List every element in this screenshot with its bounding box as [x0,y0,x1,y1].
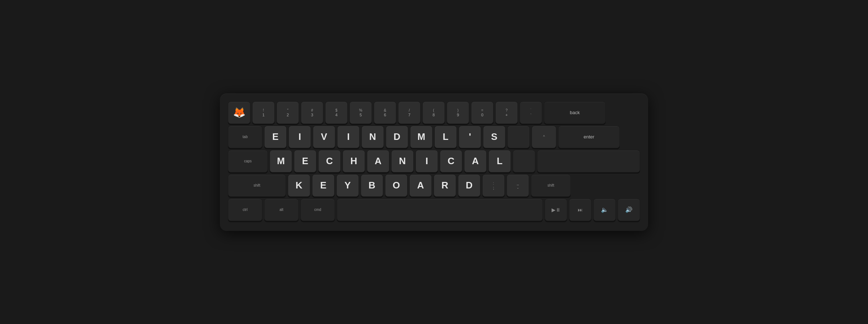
fox-key[interactable]: 🦊 [228,101,250,124]
key-s[interactable]: S [483,126,505,148]
key-caret[interactable]: ^ [532,126,556,148]
key-l2[interactable]: L [488,150,511,173]
key-d2[interactable]: D [458,174,480,197]
key-back[interactable]: back [544,101,606,124]
key-c[interactable]: C [318,150,341,173]
key-enter[interactable]: enter [558,126,620,148]
key-b[interactable]: B [361,174,383,197]
key-a3[interactable]: A [409,174,432,197]
key-caps[interactable]: caps [228,150,268,173]
row-shift: shift K E Y B O A R D : ; [228,174,640,197]
key-volup[interactable]: 🔊 [618,199,640,221]
row-bottom: ctrl alt cmd ▶⏸ ⏭ 🔈 🔊 [228,199,640,221]
key-7[interactable]: / 7 [398,101,421,124]
key-2[interactable]: " 2 [277,101,299,124]
key-c2[interactable]: C [440,150,462,173]
key-a2[interactable]: A [464,150,487,173]
key-n2[interactable]: N [391,150,414,173]
key-tab[interactable]: tab [228,126,262,148]
key-0[interactable]: = 0 [471,101,494,124]
key-next[interactable]: ⏭ [569,199,591,221]
key-voldown[interactable]: 🔈 [593,199,616,221]
key-o[interactable]: O [385,174,408,197]
key-5[interactable]: % 5 [349,101,372,124]
key-e[interactable]: E [264,126,287,148]
key-bracket2[interactable] [513,150,535,173]
key-dash[interactable]: _ - [507,174,529,197]
key-backtick[interactable]: ` ' [520,101,542,124]
key-e3[interactable]: E [312,174,335,197]
key-r[interactable]: R [434,174,456,197]
key-m2[interactable]: M [270,150,292,173]
key-plus[interactable]: ? + [495,101,518,124]
row-caps: caps M E C H A N I C A L [228,150,640,173]
key-m[interactable]: M [410,126,433,148]
key-k[interactable]: K [288,174,310,197]
key-bracket1[interactable] [507,126,530,148]
key-9[interactable]: ) 9 [447,101,469,124]
key-i2[interactable]: I [337,126,360,148]
key-ctrl[interactable]: ctrl [228,199,262,221]
key-v[interactable]: V [313,126,335,148]
key-h[interactable]: H [343,150,365,173]
key-alt[interactable]: alt [264,199,299,221]
key-3[interactable]: # 3 [301,101,323,124]
key-i3[interactable]: I [415,150,438,173]
key-8[interactable]: ( 8 [422,101,445,124]
key-4[interactable]: $ 4 [325,101,348,124]
key-shift-right[interactable]: shift [531,174,571,197]
key-e2[interactable]: E [294,150,316,173]
key-cmd[interactable]: cmd [300,199,335,221]
key-l[interactable]: L [434,126,457,148]
key-1[interactable]: ! 1 [252,101,275,124]
key-space[interactable] [337,199,543,221]
key-i[interactable]: I [288,126,311,148]
key-playpause[interactable]: ▶⏸ [545,199,567,221]
key-y[interactable]: Y [336,174,359,197]
key-apos[interactable]: ' [459,126,481,148]
key-shift-left[interactable]: shift [228,174,286,197]
key-a[interactable]: A [367,150,389,173]
row-tab: tab E I V I N D M L ' S [228,126,640,148]
keyboard: 🦊 ! 1 " 2 # 3 $ 4 [220,94,648,231]
key-caps-right[interactable] [537,150,640,173]
key-n[interactable]: N [361,126,384,148]
key-6[interactable]: & 6 [374,101,396,124]
row-numbers: 🦊 ! 1 " 2 # 3 $ 4 [228,101,640,124]
key-colon[interactable]: : ; [482,174,505,197]
key-d[interactable]: D [386,126,408,148]
